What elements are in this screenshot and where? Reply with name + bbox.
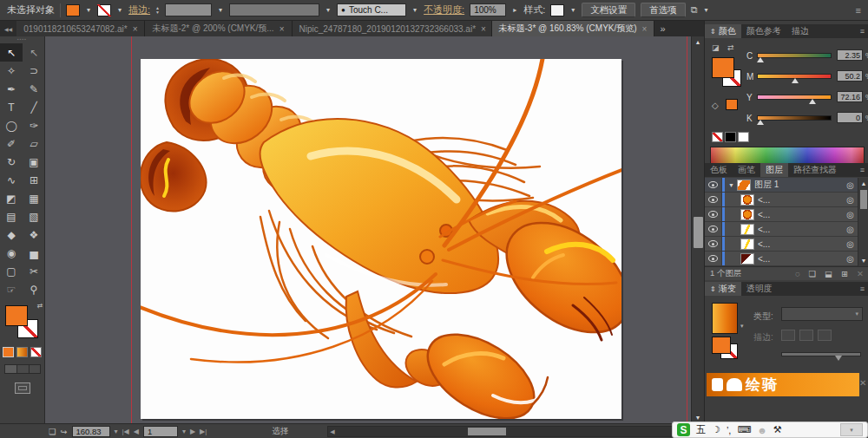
eye-cell[interactable] [705, 252, 722, 265]
gradient-angle-slider[interactable] [781, 352, 861, 356]
ime-punctuation-icon[interactable]: ’, [727, 425, 732, 435]
eyedropper-tool[interactable]: ◆ [0, 226, 23, 244]
gradient-fill-swatch[interactable] [712, 303, 738, 334]
mini-fillstroke-icon[interactable]: ◪ [712, 43, 720, 52]
tab-brushes[interactable]: 画笔 [733, 163, 760, 177]
stroke-panel-link[interactable]: 描边: [128, 3, 150, 16]
ime-keyboard-icon[interactable]: ⌨ [737, 424, 751, 435]
target-circle-icon[interactable]: ◎ [846, 210, 854, 219]
artboard-nav-icon[interactable]: ❏ [49, 427, 56, 436]
fill-color-swatch[interactable] [66, 4, 80, 16]
yellow-slider-track[interactable] [757, 95, 832, 100]
layers-scrollbar[interactable]: ▲ ▼ [858, 178, 868, 266]
tab-close-icon[interactable]: × [481, 24, 486, 34]
black-swatch[interactable] [725, 132, 736, 142]
color-mode-button[interactable] [3, 347, 14, 357]
none-mode-button[interactable] [30, 347, 42, 357]
previous-artboard-icon[interactable]: ◀ [134, 428, 139, 435]
panel-menu-icon[interactable]: ≡ [856, 5, 861, 16]
free-transform-tool[interactable]: ▣ [23, 153, 45, 171]
paintbrush-tool[interactable]: ✑ [23, 116, 45, 134]
layer-thumbnail[interactable] [740, 253, 754, 265]
layer-thumbnail[interactable] [737, 180, 751, 191]
hand-tool[interactable]: ☞ [0, 280, 23, 298]
ime-collapse-button[interactable]: ▾ [840, 423, 863, 436]
artboard-number-field[interactable]: 1 [143, 426, 178, 437]
canvas-vertical-scrollbar[interactable]: ▲ ▼ [691, 36, 704, 423]
opacity-link[interactable]: 不透明度: [424, 3, 464, 16]
gamut-swatch[interactable] [726, 99, 738, 110]
width-tool[interactable]: ∿ [0, 171, 23, 189]
artboard[interactable] [141, 59, 621, 419]
scroll-left-icon[interactable]: ◀ [330, 428, 334, 435]
cyan-slider-track[interactable] [757, 53, 832, 58]
cyan-value-field[interactable]: 2.35 [837, 49, 863, 61]
black-value-field[interactable]: 0 [837, 112, 863, 123]
eraser-tool[interactable]: ▱ [23, 134, 45, 153]
document-tab-1[interactable]: 0190118210653247082.ai* × [16, 21, 145, 36]
symbol-sprayer-tool[interactable]: ◉ [0, 244, 23, 262]
color-panel-menu-icon[interactable]: ≡ [856, 24, 868, 38]
ime-mode-button[interactable]: 五 [696, 423, 706, 436]
scroll-up-icon[interactable]: ▲ [692, 36, 704, 48]
perspective-grid-tool[interactable]: ▦ [23, 189, 45, 207]
draw-inside-button[interactable] [29, 364, 41, 374]
layer-row-sub2[interactable]: <... ◎ [705, 207, 858, 222]
layers-scroll-thumb[interactable] [860, 190, 867, 209]
stroke-weight-stepper[interactable]: ▲ ▼ [155, 6, 160, 15]
new-layer-icon[interactable]: ⊞ [841, 269, 848, 278]
pen-tool[interactable]: ✒ [0, 80, 23, 98]
opacity-field[interactable]: 100% [470, 3, 506, 16]
fill-stroke-indicator[interactable]: ⇄ [3, 304, 42, 342]
tab-close-icon[interactable]: × [642, 24, 648, 34]
stroke-within-button[interactable] [781, 330, 795, 341]
draw-normal-button[interactable] [4, 364, 16, 374]
locate-object-icon[interactable]: ◌ [795, 269, 800, 278]
last-artboard-icon[interactable]: ▶| [200, 428, 207, 435]
zoom-level-field[interactable]: 160.83 [72, 426, 110, 437]
blend-tool[interactable]: ❖ [23, 226, 45, 244]
tab-close-icon[interactable]: × [133, 24, 138, 34]
gradient-type-select[interactable]: ▾ [781, 307, 863, 321]
export-icon[interactable]: ↪ [61, 427, 68, 436]
width-profile-dropdown-icon[interactable]: ▾ [325, 6, 332, 14]
puppet-warp-tool[interactable]: ⊞ [23, 171, 45, 189]
magenta-slider-thumb[interactable] [792, 78, 799, 83]
yellow-value-field[interactable]: 72.16 [837, 91, 863, 102]
next-artboard-icon[interactable]: ▶ [190, 428, 195, 435]
new-sublayer-icon[interactable]: ⬓ [825, 269, 832, 278]
tab-color[interactable]: ⇕ 颜色 [705, 24, 741, 38]
gradient-slider-thumb[interactable] [835, 356, 842, 361]
visibility-eye-icon[interactable] [708, 196, 718, 203]
gradient-fill-proxy[interactable] [712, 337, 731, 354]
visibility-eye-icon[interactable] [708, 211, 718, 218]
shape-builder-tool[interactable]: ◩ [0, 189, 23, 207]
zoom-tool[interactable]: ⚲ [23, 280, 45, 298]
brush-definition-select[interactable]: ● Touch C... [337, 3, 406, 16]
visibility-eye-icon[interactable] [708, 255, 718, 262]
vertical-scroll-thumb[interactable] [694, 217, 703, 248]
scroll-down-icon[interactable]: ▼ [858, 255, 868, 266]
visibility-eye-icon[interactable] [708, 181, 718, 188]
ime-settings-icon[interactable]: ⚒ [773, 424, 782, 435]
type-tool[interactable]: T [0, 98, 23, 116]
layer-name[interactable]: <... [758, 195, 770, 205]
layer-name[interactable]: 图层 1 [754, 179, 779, 191]
panel-fill-swatch[interactable] [712, 57, 734, 78]
toolbar-collapse-icon[interactable]: ◀◀ [0, 21, 16, 36]
layer-name[interactable]: <... [758, 225, 770, 234]
document-tab-4-active[interactable]: 未标题-3* @ 160.83% (CMYK/预览) × [492, 21, 655, 36]
eye-cell[interactable] [705, 178, 722, 192]
visibility-eye-icon[interactable] [708, 240, 718, 247]
lasso-tool[interactable]: ⊃ [23, 62, 45, 80]
slice-tool[interactable]: ✂ [23, 262, 45, 280]
tab-overflow-icon[interactable]: » [654, 21, 670, 36]
tab-close-icon[interactable]: × [279, 24, 285, 34]
tab-layers[interactable]: 图层 [760, 163, 788, 177]
yellow-slider-thumb[interactable] [809, 99, 816, 104]
magenta-value-field[interactable]: 50.2 [837, 70, 863, 82]
stroke-weight-field[interactable] [165, 3, 212, 16]
curvature-pen-tool[interactable]: ✎ [23, 80, 45, 98]
layer-thumbnail[interactable] [740, 224, 754, 235]
make-mask-icon[interactable]: ❏ [809, 269, 817, 278]
